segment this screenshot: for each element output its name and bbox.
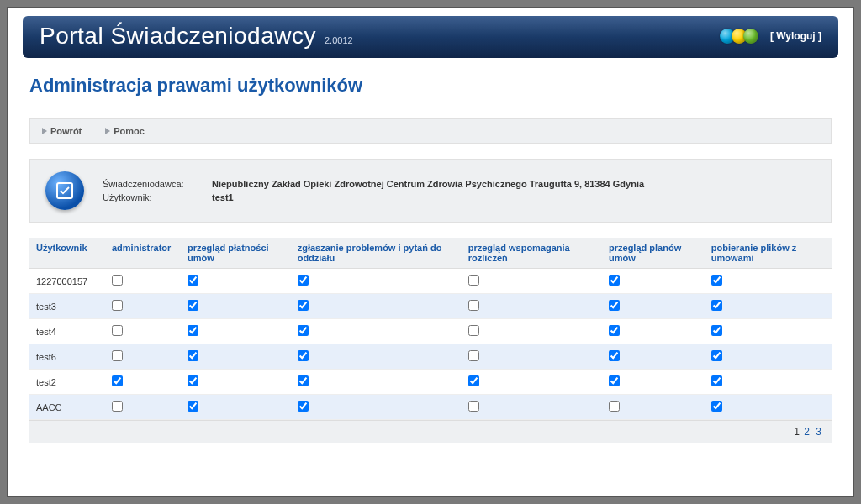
provider-label: Świadczeniodawca: <box>103 179 212 189</box>
cell-check <box>181 319 291 344</box>
cell-check <box>462 319 602 344</box>
pager: 1 2 3 <box>29 420 832 443</box>
permission-checkbox[interactable] <box>711 325 722 336</box>
header-bar: Portal Świadczeniodawcy 2.0012 [ Wyloguj… <box>23 16 838 58</box>
permission-checkbox[interactable] <box>112 275 123 286</box>
page-link-2[interactable]: 2 <box>802 426 811 438</box>
permission-checkbox[interactable] <box>711 300 722 311</box>
permission-checkbox[interactable] <box>711 350 722 361</box>
col-header: przegląd wspomagania rozliczeń <box>462 238 602 269</box>
permission-checkbox[interactable] <box>298 275 309 286</box>
cell-check <box>181 395 291 420</box>
cell-check <box>705 395 832 420</box>
cell-check <box>705 269 832 294</box>
permission-checkbox[interactable] <box>112 325 123 336</box>
page-link-3[interactable]: 3 <box>814 426 823 438</box>
cell-check <box>291 269 462 294</box>
permission-checkbox[interactable] <box>609 325 620 336</box>
cell-check <box>602 319 705 344</box>
permission-checkbox[interactable] <box>468 401 479 412</box>
app-title: Portal Świadczeniodawcy <box>40 23 316 50</box>
cell-check <box>462 344 602 370</box>
cell-user: test6 <box>29 344 105 370</box>
cell-user: test3 <box>29 294 105 319</box>
col-header: przegląd płatności umów <box>181 238 291 269</box>
permission-checkbox[interactable] <box>298 300 309 311</box>
table-row: test6 <box>29 344 832 370</box>
cell-user: test2 <box>29 370 105 395</box>
cell-check <box>181 294 291 319</box>
info-grid: Świadczeniodawca: Niepubliczny Zakład Op… <box>103 179 644 202</box>
permission-checkbox[interactable] <box>609 350 620 361</box>
permission-checkbox[interactable] <box>609 275 620 286</box>
cell-check <box>462 370 602 395</box>
cell-check <box>462 395 602 420</box>
cell-check <box>291 294 462 319</box>
permission-checkbox[interactable] <box>468 375 479 386</box>
permission-checkbox[interactable] <box>112 401 123 412</box>
permission-checkbox[interactable] <box>711 401 722 412</box>
cell-user: 1227000157 <box>29 269 105 294</box>
cell-check <box>602 294 705 319</box>
col-header-user: Użytkownik <box>29 238 105 269</box>
permission-checkbox[interactable] <box>298 325 309 336</box>
help-link[interactable]: Pomoc <box>105 126 145 136</box>
permissions-table: Użytkownik administrator przegląd płatno… <box>29 238 832 420</box>
permission-checkbox[interactable] <box>188 275 198 286</box>
cell-check <box>602 269 705 294</box>
permission-checkbox[interactable] <box>609 401 620 412</box>
permission-checkbox[interactable] <box>112 300 123 311</box>
cell-check <box>705 319 832 344</box>
cell-check <box>705 370 832 395</box>
user-label: Użytkownik: <box>103 192 212 202</box>
permission-checkbox[interactable] <box>112 375 123 386</box>
cell-check <box>602 395 705 420</box>
table-row: AACC <box>29 395 832 420</box>
page-title: Administracja prawami użytkowników <box>29 75 832 97</box>
permission-checkbox[interactable] <box>609 375 620 386</box>
permission-checkbox[interactable] <box>468 300 479 311</box>
permission-checkbox[interactable] <box>468 350 479 361</box>
cell-check <box>181 370 291 395</box>
logout-link[interactable]: [ Wyloguj ] <box>770 30 821 42</box>
permission-checkbox[interactable] <box>188 401 198 412</box>
col-header: przegląd planów umów <box>602 238 705 269</box>
orb-icon <box>743 29 758 44</box>
table-row: test3 <box>29 294 832 319</box>
permission-checkbox[interactable] <box>711 275 722 286</box>
cell-user: test4 <box>29 319 105 344</box>
table-row: 1227000157 <box>29 269 832 294</box>
cell-check <box>181 344 291 370</box>
permission-checkbox[interactable] <box>188 375 198 386</box>
permission-checkbox[interactable] <box>468 275 479 286</box>
permission-checkbox[interactable] <box>188 300 198 311</box>
cell-check <box>105 319 181 344</box>
permission-checkbox[interactable] <box>188 325 198 336</box>
permission-checkbox[interactable] <box>298 401 309 412</box>
table-row: test4 <box>29 319 832 344</box>
content: Administracja prawami użytkowników Powró… <box>23 58 838 443</box>
back-link[interactable]: Powrót <box>42 126 82 136</box>
cell-check <box>462 269 602 294</box>
provider-value: Niepubliczny Zakład Opieki Zdrowotnej Ce… <box>212 179 644 189</box>
permission-checkbox[interactable] <box>609 300 620 311</box>
permission-checkbox[interactable] <box>711 375 722 386</box>
page: Portal Świadczeniodawcy 2.0012 [ Wyloguj… <box>8 8 853 468</box>
app-version: 2.0012 <box>325 35 353 45</box>
permission-checkbox[interactable] <box>188 350 198 361</box>
permission-checkbox[interactable] <box>298 375 309 386</box>
info-panel: Świadczeniodawca: Niepubliczny Zakład Op… <box>29 159 832 223</box>
page-current: 1 <box>794 426 800 438</box>
col-header: pobieranie plików z umowami <box>705 238 832 269</box>
cell-check <box>105 395 181 420</box>
table-header-row: Użytkownik administrator przegląd płatno… <box>29 238 832 269</box>
cell-user: AACC <box>29 395 105 420</box>
nav-strip: Powrót Pomoc <box>29 118 832 144</box>
permission-checkbox[interactable] <box>468 325 479 336</box>
permission-checkbox[interactable] <box>112 350 123 361</box>
permission-checkbox[interactable] <box>298 350 309 361</box>
check-badge-icon <box>45 171 84 210</box>
cell-check <box>602 370 705 395</box>
cell-check <box>291 319 462 344</box>
app-window: Portal Świadczeniodawcy 2.0012 [ Wyloguj… <box>7 7 854 497</box>
